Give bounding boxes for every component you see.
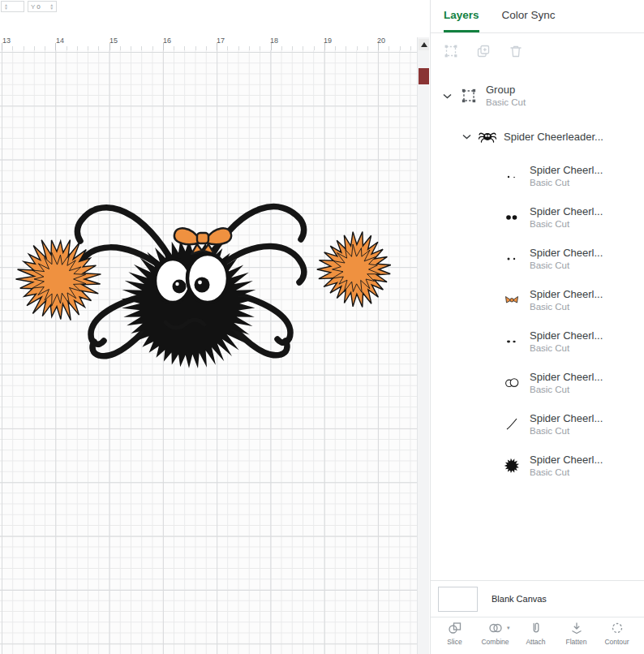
layer-title: Spider Cheerl...	[530, 329, 603, 342]
layer-row[interactable]: Spider Cheerl... Basic Cut	[431, 279, 644, 321]
slice-icon	[447, 620, 463, 636]
select-frame-icon[interactable]	[443, 43, 459, 59]
layers-list: Group Basic Cut	[431, 69, 644, 580]
layer-row[interactable]: Spider Cheerl... Basic Cut	[431, 403, 644, 445]
bottom-actionbar: Slice ▾ Combine Attach	[431, 617, 644, 654]
layer-subtitle: Basic Cut	[530, 218, 603, 230]
eye-outlines-thumbnail-icon	[502, 374, 522, 392]
spider-body	[121, 240, 257, 368]
trash-icon[interactable]	[508, 43, 524, 59]
flatten-icon	[569, 620, 585, 636]
attach-button[interactable]: Attach	[517, 620, 555, 654]
tiny-dots-thumbnail-icon	[502, 167, 522, 185]
fuzzy-body-thumbnail-icon	[502, 457, 522, 475]
layer-title: Spider Cheerl...	[530, 204, 603, 218]
layer-subtitle: Basic Cut	[530, 301, 603, 313]
canvas-vertical-scrollbar[interactable]	[417, 37, 429, 654]
layer-subtitle: Basic Cut	[530, 342, 603, 355]
spider-cheerleader-artwork[interactable]	[0, 0, 417, 654]
canvas-color-swatch[interactable]	[438, 587, 478, 612]
chevron-down-icon[interactable]	[442, 93, 452, 99]
pupils-thumbnail-icon	[502, 209, 522, 226]
bow-thumbnail-icon	[502, 291, 522, 309]
blank-canvas-row[interactable]: Blank Canvas	[431, 580, 644, 617]
layer-row-group[interactable]: Group Basic Cut	[431, 77, 644, 114]
combine-button[interactable]: ▾ Combine	[476, 620, 514, 654]
app-window: ▲▼ Y 0 ▲▼ 13 14 15 16 17 18 19 20	[0, 0, 644, 654]
contour-button[interactable]: Contour	[598, 620, 636, 654]
layer-toolbar	[431, 33, 644, 69]
layer-title: Spider Cheerl...	[530, 453, 603, 467]
scrollbar-thumb[interactable]	[419, 68, 429, 84]
layer-subtitle: Basic Cut	[530, 425, 603, 437]
combine-caret-icon[interactable]: ▾	[507, 625, 510, 631]
tab-layers[interactable]: Layers	[444, 0, 479, 32]
eyes	[155, 254, 228, 303]
layer-row[interactable]: Spider Cheerl... Basic Cut	[431, 321, 644, 362]
canvas-label: Blank Canvas	[492, 594, 547, 604]
layer-title: Spider Cheerl...	[530, 411, 603, 425]
combine-icon: ▾	[487, 620, 504, 636]
layer-title: Spider Cheerleader...	[504, 130, 603, 144]
layer-title: Group	[486, 83, 526, 97]
layer-row[interactable]: Spider Cheerl... Basic Cut	[431, 238, 644, 279]
layer-title: Spider Cheerl...	[530, 246, 603, 260]
layer-title: Spider Cheerl...	[530, 163, 603, 177]
layer-title: Spider Cheerl...	[530, 287, 603, 301]
layer-row[interactable]: Spider Cheerl... Basic Cut	[431, 445, 644, 486]
layer-row[interactable]: Spider Cheerl... Basic Cut	[431, 196, 644, 238]
canvas-pane: ▲▼ Y 0 ▲▼ 13 14 15 16 17 18 19 20	[0, 0, 429, 654]
layer-row[interactable]: Spider Cheerl... Basic Cut	[431, 362, 644, 403]
duplicate-icon[interactable]	[475, 43, 492, 59]
small-ovals-thumbnail-icon	[502, 333, 522, 351]
small-dots-thumbnail-icon	[502, 250, 522, 268]
scroll-up-button[interactable]	[419, 39, 429, 50]
layer-row[interactable]: Spider Cheerl... Basic Cut	[431, 155, 644, 196]
up-arrow-icon	[421, 42, 427, 47]
flatten-button[interactable]: Flatten	[557, 620, 595, 654]
layers-panel: Layers Color Sync	[430, 0, 644, 654]
mouth-curve-thumbnail-icon	[502, 415, 522, 433]
layer-row-parent[interactable]: Spider Cheerleader...	[431, 123, 644, 150]
tab-color-sync[interactable]: Color Sync	[502, 0, 556, 32]
layer-subtitle: Basic Cut	[530, 177, 603, 189]
layer-subtitle: Basic Cut	[530, 384, 603, 396]
layer-subtitle: Basic Cut	[486, 97, 526, 109]
slice-button[interactable]: Slice	[436, 620, 474, 654]
layer-subtitle: Basic Cut	[530, 260, 603, 272]
chevron-down-icon[interactable]	[462, 134, 471, 140]
layer-subtitle: Basic Cut	[530, 467, 603, 479]
spider-thumbnail-icon	[478, 127, 497, 145]
panel-tabs: Layers Color Sync	[431, 0, 644, 33]
contour-icon	[609, 620, 625, 636]
attach-icon	[528, 620, 544, 636]
group-icon	[460, 87, 478, 105]
layer-title: Spider Cheerl...	[530, 370, 603, 384]
